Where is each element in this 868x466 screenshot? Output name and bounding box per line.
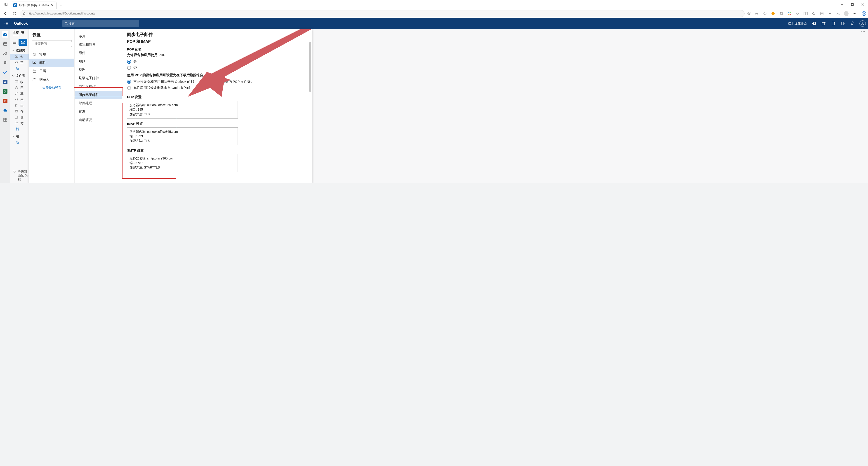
sub-autoreply[interactable]: 自动答复	[74, 116, 122, 124]
downloads-icon[interactable]	[828, 11, 832, 16]
sub-compose[interactable]: 撰写和答复	[74, 40, 122, 49]
sub-sync[interactable]: 同步电子邮件	[74, 91, 122, 99]
favorite-star-icon[interactable]	[763, 11, 767, 16]
notes-icon[interactable]	[831, 21, 835, 26]
rail-mail-icon[interactable]	[2, 31, 8, 37]
settings-gear-icon[interactable]	[840, 21, 845, 26]
calendar-icon	[33, 69, 37, 73]
rail-people-icon[interactable]	[2, 50, 8, 57]
folder-item[interactable]: 便	[10, 114, 30, 120]
settings-cat-mail[interactable]: 邮件	[29, 59, 74, 67]
back-button[interactable]	[2, 10, 9, 17]
url-text: https://outlook.live.com/mail/0/options/…	[28, 12, 742, 15]
scrollbar-thumb[interactable]	[309, 42, 311, 92]
favorites-bar-icon[interactable]	[811, 11, 816, 16]
profile-avatar-icon[interactable]	[844, 11, 848, 16]
svg-rect-6	[747, 12, 748, 13]
rail-excel-icon[interactable]: X	[2, 88, 8, 94]
sub-forwarding[interactable]: 转发	[74, 108, 122, 116]
folder-drafts[interactable]: 草	[10, 60, 30, 66]
suite-search[interactable]	[62, 20, 139, 27]
settings-cat-general[interactable]: 常规	[29, 50, 74, 59]
rail-onedrive-icon[interactable]	[2, 107, 8, 114]
meet-now-button[interactable]: 现在开会	[788, 22, 807, 26]
section-popimap: POP 和 IMAP	[127, 39, 307, 44]
sub-attachments[interactable]: 附件	[74, 49, 122, 57]
folder-item[interactable]: 已	[10, 97, 30, 103]
section-groups[interactable]: 组	[10, 133, 30, 140]
svg-text:W: W	[4, 81, 6, 84]
extensions-icon[interactable]	[795, 11, 800, 16]
skype-icon[interactable]: S	[812, 21, 816, 26]
suite-search-input[interactable]	[68, 22, 137, 26]
content-scrollbar[interactable]	[309, 33, 311, 179]
pop-delete-deny[interactable]: 不允许设备和应用删除来自 Outlook 的邮 动到特殊的 POP 文件夹。	[127, 79, 307, 85]
rail-more-apps-icon[interactable]	[2, 117, 8, 123]
app-launcher-icon[interactable]	[2, 20, 10, 28]
extension-firefox-icon[interactable]	[771, 11, 775, 16]
window-maximize-button[interactable]	[847, 0, 858, 9]
close-tab-icon[interactable]	[51, 3, 54, 7]
section-favorites[interactable]: 收藏夹	[10, 47, 30, 54]
command-overflow-icon[interactable]	[861, 31, 865, 32]
read-aloud-icon[interactable]: A))	[754, 11, 759, 16]
folder-item[interactable]: 对	[10, 120, 30, 126]
settings-search[interactable]	[32, 40, 72, 47]
rail-word-icon[interactable]: W	[2, 79, 8, 85]
settings-cat-calendar[interactable]: 日历	[29, 67, 74, 75]
rail-calendar-icon[interactable]	[2, 41, 8, 47]
add-folder-link[interactable]: 新	[10, 126, 30, 133]
folder-item[interactable]: 收	[10, 79, 30, 85]
rail-files-icon[interactable]	[2, 60, 8, 66]
folder-item[interactable]: 草	[10, 91, 30, 97]
add-group-link[interactable]: 新	[10, 140, 30, 147]
pop-allow-yes[interactable]: 是	[127, 59, 307, 65]
smtp-settings-box: 服务器名称: smtp.office365.com 端口: 587 加密方法: …	[127, 154, 238, 172]
new-tab-button[interactable]	[58, 2, 64, 8]
folder-item[interactable]: 存	[10, 109, 30, 114]
svg-point-9	[772, 12, 775, 15]
teams-icon[interactable]	[822, 21, 826, 26]
browser-tab[interactable]: O 邮件 - 温 梓昊 - Outlook	[11, 2, 57, 9]
tab-overview-button[interactable]	[2, 0, 11, 9]
section-folders[interactable]: 文件夹	[10, 72, 30, 79]
folder-item[interactable]: 已	[10, 103, 30, 109]
split-screen-icon[interactable]	[803, 11, 808, 16]
address-bar[interactable]: https://outlook.live.com/mail/0/options/…	[20, 10, 745, 17]
refresh-button[interactable]	[11, 10, 18, 17]
add-favorite-link[interactable]: 新	[10, 66, 30, 72]
quick-settings-link[interactable]: 查看快速设置	[29, 84, 74, 92]
rail-powerpoint-icon[interactable]: P	[2, 98, 8, 104]
settings-search-input[interactable]	[34, 42, 73, 46]
account-avatar-icon[interactable]	[860, 20, 866, 27]
tips-bulb-icon[interactable]	[850, 21, 855, 26]
svg-point-21	[855, 13, 856, 14]
pop-allow-no[interactable]: 否	[127, 65, 307, 71]
extension-badge-icon[interactable]	[787, 11, 792, 16]
compose-button[interactable]	[19, 39, 27, 46]
window-close-button[interactable]	[858, 0, 868, 9]
sub-layout[interactable]: 布局	[74, 32, 122, 40]
collections2-icon[interactable]	[819, 11, 824, 16]
send-icon	[15, 61, 19, 64]
sub-custom[interactable]: 自定义操作	[74, 82, 122, 91]
hamburger-icon[interactable]	[13, 41, 16, 43]
more-menu-icon[interactable]	[852, 11, 857, 16]
collections-icon[interactable]	[779, 11, 783, 16]
settings-cat-people[interactable]: 联系人	[29, 75, 74, 84]
performance-icon[interactable]	[836, 11, 840, 16]
sub-rules[interactable]: 规则	[74, 57, 122, 66]
pop-delete-allow[interactable]: 允许应用和设备删除来自 Outlook 的邮	[127, 85, 307, 91]
folder-item[interactable]: 已	[10, 85, 30, 91]
svg-point-27	[7, 23, 8, 24]
sub-handling[interactable]: 邮件处理	[74, 99, 122, 108]
bing-chat-icon[interactable]	[862, 11, 866, 16]
sub-sweep[interactable]: 整理	[74, 66, 122, 74]
window-minimize-button[interactable]	[837, 0, 847, 9]
rail-todo-icon[interactable]	[2, 69, 8, 76]
sub-junk[interactable]: 垃圾电子邮件	[74, 74, 122, 82]
tab-home[interactable]: 主页	[13, 31, 19, 36]
app-install-icon[interactable]	[746, 11, 751, 16]
folder-inbox[interactable]: 收	[10, 54, 30, 60]
tab-view[interactable]: 查	[21, 31, 24, 36]
